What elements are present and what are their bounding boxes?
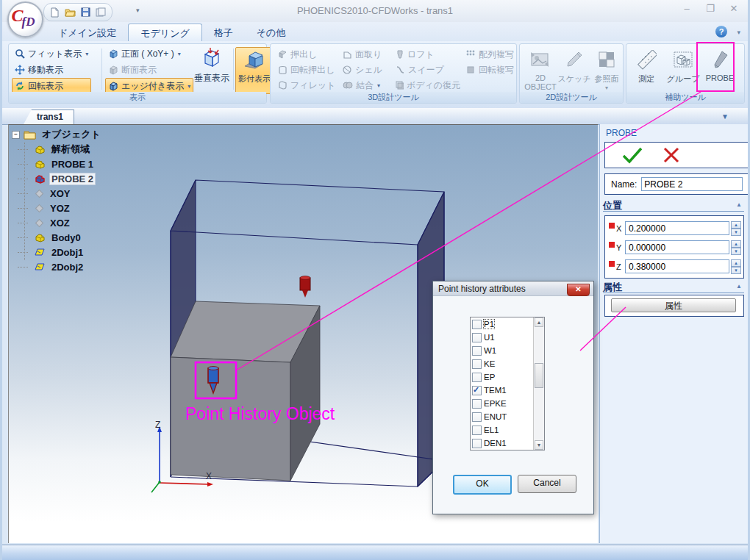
tab-grid[interactable]: 格子 [202, 24, 245, 41]
scroll-up-icon[interactable]: ▲ [535, 317, 543, 327]
revolve-button[interactable]: 回転押出し [275, 62, 340, 78]
move-icon [15, 65, 25, 75]
tree-item-objects[interactable]: − オブジェクト [12, 127, 103, 142]
ribbon-tab-row: ドメイン設定 モデリング 格子 その他 ? ▾ [2, 22, 748, 41]
x-axis-label: X [616, 224, 625, 233]
position-section-header[interactable]: 位置▲ [603, 199, 744, 212]
scroll-thumb[interactable] [535, 363, 543, 388]
2d-object-button[interactable]: 2D OBJECT [521, 47, 560, 94]
restore-body-button[interactable]: ボディの復元 [393, 77, 463, 93]
attributes-section-header[interactable]: 属性▲ [603, 281, 744, 293]
refplane-button[interactable]: 参照面 ▾ [588, 47, 626, 94]
probe1-marker[interactable] [300, 276, 310, 298]
scroll-down-icon[interactable]: ▼ [535, 440, 543, 450]
rotate-copy-button[interactable]: 回転複写 [463, 62, 519, 78]
checkbox[interactable] [472, 320, 482, 329]
checkbox[interactable] [472, 386, 482, 395]
tree-item-probe1[interactable]: PROBE 1 [12, 157, 103, 171]
part-icon [35, 159, 46, 169]
checkbox[interactable] [472, 399, 482, 409]
coord-marker [609, 242, 615, 248]
position-z-input[interactable] [625, 259, 729, 273]
accept-icon[interactable] [621, 146, 643, 164]
panel-collapse-icon[interactable]: ▼ [721, 112, 729, 121]
ok-button[interactable]: OK [453, 475, 512, 495]
tree-item-probe2[interactable]: PROBE 2 [12, 171, 103, 186]
extrude-button[interactable]: 押出し [275, 46, 340, 62]
name-input[interactable] [641, 177, 743, 191]
object-tree: − オブジェクト 解析領域 PROBE 1 PROBE 2 XOY YOZ [12, 127, 103, 274]
shaded-view-button[interactable]: 影付表示 [235, 47, 274, 94]
document-tab-strip: trans1 ▼ [2, 108, 748, 125]
checkbox[interactable] [472, 439, 482, 448]
probe-button[interactable]: PROBE [701, 47, 738, 94]
ribbon: フィット表示▾ 移動表示 回転表示 正面 ( XoY+ )▾ [2, 41, 748, 109]
attributes-button[interactable]: 属性 [611, 298, 736, 312]
status-bar [2, 545, 748, 560]
measure-button[interactable]: 測定 [629, 47, 663, 94]
collapse-arrow-icon[interactable]: ▲ [736, 201, 742, 208]
close-button[interactable]: ✕ [727, 3, 740, 14]
vertical-view-icon [201, 47, 223, 69]
sweep-button[interactable]: スイープ [393, 62, 463, 78]
front-view-button[interactable]: 正面 ( XoY+ )▾ [105, 46, 193, 62]
union-button[interactable]: 結合▾ [340, 77, 393, 93]
array-copy-button[interactable]: 配列複写 [463, 46, 519, 62]
x-spinner[interactable]: ▲▼ [731, 221, 741, 235]
z-axis-label: Z [616, 262, 625, 271]
tree-item-body0[interactable]: Body0 [12, 230, 103, 245]
fillet-button[interactable]: フィレット [275, 77, 340, 93]
tree-item-2dobj1[interactable]: 2Dobj1 [12, 245, 103, 259]
group-button[interactable]: グループ [665, 47, 701, 94]
cancel-button[interactable]: Cancel [518, 475, 576, 493]
checkbox[interactable] [472, 333, 482, 342]
minimize-button[interactable]: – [680, 3, 693, 14]
chamfer-button[interactable]: 面取り [340, 46, 393, 62]
vertical-view-button[interactable]: 垂直表示 [193, 47, 231, 85]
reject-icon[interactable] [662, 146, 680, 164]
collapse-arrow-icon[interactable]: ▲ [736, 283, 742, 290]
dialog-close-icon[interactable]: ✕ [567, 284, 590, 296]
dialog-title: Point history attributes [438, 284, 526, 294]
collapse-expander-icon[interactable]: − [12, 131, 20, 139]
tab-domain-settings[interactable]: ドメイン設定 [46, 24, 128, 41]
shell-button[interactable]: シェル [340, 62, 393, 78]
help-dropdown-icon[interactable]: ▾ [737, 29, 740, 36]
checkbox[interactable] [472, 346, 482, 356]
pencil-icon [565, 50, 584, 69]
restore-body-icon [396, 81, 404, 90]
group-2d-tools-caption: 2D設計ツール [520, 92, 623, 103]
attribute-list[interactable]: P1 U1 W1 KE EP TEM1 EPKE ENUT EL1 DEN1 ▲… [470, 317, 545, 450]
group-cubes-icon [672, 50, 694, 71]
checkbox[interactable] [472, 359, 482, 369]
position-y-input[interactable] [625, 240, 729, 254]
pan-view-button[interactable]: 移動表示 [12, 62, 91, 78]
checkbox[interactable] [472, 426, 482, 435]
y-spinner[interactable]: ▲▼ [731, 240, 741, 254]
loft-button[interactable]: ロフト [393, 46, 463, 62]
tab-modeling[interactable]: モデリング [128, 24, 202, 41]
app-logo[interactable]: CfD [7, 1, 43, 37]
tab-others[interactable]: その他 [245, 24, 298, 41]
tree-item-xoy[interactable]: XOY [12, 186, 103, 201]
z-spinner[interactable]: ▲▼ [731, 259, 741, 273]
chamfer-icon [343, 50, 352, 59]
part-icon [35, 233, 46, 243]
tree-item-yoz[interactable]: YOZ [12, 201, 103, 215]
fit-view-button[interactable]: フィット表示▾ [12, 46, 91, 62]
checkbox[interactable] [472, 412, 482, 422]
tree-item-domain[interactable]: 解析領域 [12, 142, 103, 157]
tree-item-2dobj2[interactable]: 2Dobj2 [12, 259, 103, 274]
position-x-input[interactable] [625, 221, 729, 235]
scrollbar[interactable]: ▲ ▼ [533, 317, 544, 450]
attributes-box: 属性 [604, 295, 744, 317]
checkbox[interactable] [472, 373, 482, 382]
document-tab-trans1[interactable]: trans1 [23, 110, 74, 126]
help-icon[interactable]: ? [715, 26, 727, 37]
refplane-icon [597, 50, 616, 69]
tree-item-xoz[interactable]: XOZ [12, 215, 103, 230]
name-box: Name: [604, 173, 750, 195]
section-view-button[interactable]: 断面表示 [105, 62, 193, 78]
fillet-icon [278, 81, 288, 90]
maximize-button[interactable]: ❐ [704, 3, 717, 14]
